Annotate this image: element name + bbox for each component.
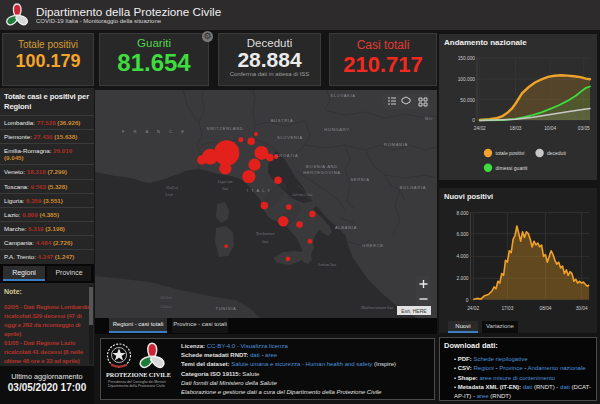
svg-text:F R A N C E: F R A N C E [122,129,188,134]
svg-text:TUNISIA: TUNISIA [215,306,236,311]
svg-text:SWITZERLAND: SWITZERLAND [206,126,243,131]
svg-text:Esri, HERE: Esri, HERE [401,308,427,314]
svg-text:150.000: 150.000 [458,56,476,61]
svg-text:08/04: 08/04 [539,306,551,311]
svg-text:18/03: 18/03 [509,126,521,131]
svg-text:50.000: 50.000 [460,98,475,103]
svg-text:HERZEGOVINA: HERZEGOVINA [303,170,341,175]
svg-text:Ligurian: Ligurian [217,179,233,184]
svg-text:30/04: 30/04 [576,306,588,311]
svg-text:GREECE: GREECE [362,243,384,248]
svg-text:AUSTRIA: AUSTRIA [271,118,294,123]
svg-text:CROATIA: CROATIA [276,153,299,158]
svg-text:BOSNIA AND: BOSNIA AND [306,164,338,169]
svg-text:6.000: 6.000 [456,232,468,237]
svg-text:ROMANIA: ROMANIA [384,142,408,147]
svg-text:4.000: 4.000 [456,254,468,259]
svg-text:deceduti: deceduti [547,150,566,156]
svg-text:200mi: 200mi [160,304,171,309]
svg-text:Ionian Sea: Ionian Sea [317,262,336,267]
svg-text:Adriatic Sea: Adriatic Sea [291,192,313,197]
svg-text:0: 0 [466,298,469,303]
svg-text:totale positivi: totale positivi [496,150,525,156]
svg-text:MO: MO [425,116,433,121]
svg-text:24/02: 24/02 [467,306,479,311]
svg-text:Tyrrhenian: Tyrrhenian [256,231,274,236]
svg-text:03/05: 03/05 [578,126,590,131]
svg-text:0: 0 [472,118,475,123]
svg-text:BULGARIA: BULGARIA [400,185,426,190]
svg-text:100.000: 100.000 [458,77,476,82]
svg-text:ITALY: ITALY [247,188,273,193]
svg-text:17/03: 17/03 [501,306,513,311]
svg-text:8.000: 8.000 [456,211,468,216]
svg-text:400km: 400km [160,295,173,300]
svg-text:ALBANIA: ALBANIA [335,225,357,230]
svg-text:24/02: 24/02 [474,126,486,131]
svg-text:SLOVAKIA: SLOVAKIA [330,93,356,98]
svg-text:Gulf of: Gulf of [166,185,179,190]
svg-text:dimessi guariti: dimessi guariti [496,165,528,171]
svg-text:Sea: Sea [222,186,228,191]
svg-text:Lion: Lion [164,192,173,197]
svg-text:HUNGARY: HUNGARY [324,127,349,132]
svg-text:SERBIA: SERBIA [350,177,369,182]
svg-text:SLOVENIA: SLOVENIA [277,135,303,140]
svg-text:10/04: 10/04 [544,126,556,131]
svg-text:2.000: 2.000 [456,276,468,281]
svg-text:Mediterranean Sea: Mediterranean Sea [360,305,393,310]
svg-text:Sea: Sea [262,239,268,244]
